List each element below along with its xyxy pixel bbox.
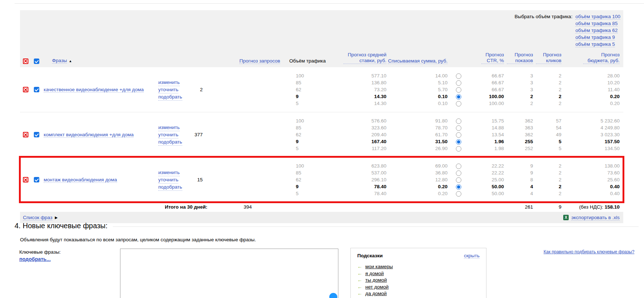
action-link[interactable]: изменить bbox=[158, 124, 180, 131]
left-arrow-icon: ← bbox=[357, 263, 362, 269]
hints-list: ←мои камеры←я домой←ты домой←нет домой←д… bbox=[357, 263, 480, 297]
totals-budget-prefix: (без НДС): bbox=[579, 204, 605, 210]
variant-row: 9167.4031.501.962555157.50 bbox=[204, 138, 623, 145]
impressions-value: 363 bbox=[504, 124, 533, 131]
action-link[interactable]: уточнить bbox=[158, 86, 178, 93]
avg-bid-value: 136.80 bbox=[327, 79, 386, 86]
hint-link[interactable]: я домой bbox=[365, 271, 384, 276]
variant-row: 62296.1012.8025.008225.60 bbox=[204, 176, 623, 183]
hints-hide-link[interactable]: скрыть bbox=[464, 253, 480, 259]
action-link[interactable]: изменить bbox=[158, 79, 180, 86]
clicks-value: 2 bbox=[533, 162, 561, 169]
pick-phrases-link[interactable]: подобрать... bbox=[19, 256, 51, 262]
phrase-link[interactable]: монтаж видеонаблюдения дома bbox=[44, 177, 117, 183]
header-writeoff[interactable]: Списываемая сумма, руб. bbox=[388, 58, 448, 64]
totals-requests: 394 bbox=[207, 204, 252, 210]
budget-value: 3 023.30 bbox=[561, 131, 623, 138]
clicks-value: 2 bbox=[533, 190, 561, 197]
action-link[interactable]: подобрать bbox=[158, 184, 182, 191]
avg-bid-value: 576.60 bbox=[327, 117, 386, 124]
impressions-value: 362 bbox=[504, 117, 533, 124]
clicks-value: 49 bbox=[533, 131, 561, 138]
traffic-option-62[interactable]: объём трафика 62 bbox=[575, 28, 617, 33]
action-link[interactable]: изменить bbox=[158, 169, 180, 176]
action-link[interactable]: подобрать bbox=[158, 138, 182, 146]
traffic-radio[interactable] bbox=[456, 94, 461, 100]
action-link[interactable]: подобрать bbox=[158, 93, 182, 101]
delete-row-icon[interactable] bbox=[23, 132, 28, 137]
traffic-option-85[interactable]: объём трафика 85 bbox=[575, 21, 617, 27]
hint-item: ←я домой bbox=[357, 270, 480, 277]
row-checkbox[interactable] bbox=[34, 177, 39, 182]
traffic-radio[interactable] bbox=[456, 170, 461, 176]
avg-bid-value: 73.20 bbox=[327, 86, 386, 93]
budget-value: 4 249.80 bbox=[561, 124, 623, 131]
header-requests[interactable]: Прогноз запросов bbox=[239, 58, 280, 64]
header-clicks[interactable]: Прогноз кликов bbox=[536, 52, 561, 64]
traffic-radio[interactable] bbox=[456, 164, 461, 169]
delete-all-icon[interactable] bbox=[23, 59, 28, 64]
avg-bid-value: 78.40 bbox=[327, 190, 386, 197]
phrase-link[interactable]: качественное видеонаблюдение +для дома bbox=[44, 87, 144, 93]
row-actions: изменитьуточнитьподобрать bbox=[158, 169, 186, 191]
action-link[interactable]: уточнить bbox=[158, 176, 178, 184]
row-checkbox[interactable] bbox=[34, 87, 39, 92]
avg-bid-value: 14.30 bbox=[327, 93, 386, 100]
traffic-radio[interactable] bbox=[456, 177, 461, 183]
budget-value: 28.00 bbox=[561, 72, 623, 79]
impressions-value: 8 bbox=[504, 176, 533, 183]
forecast-table: Выбрать объём трафика: объём трафика 100… bbox=[20, 10, 623, 223]
action-link[interactable]: уточнить bbox=[158, 131, 178, 138]
expand-triangle-icon[interactable]: ▶ bbox=[55, 216, 58, 220]
impressions-value: 4 bbox=[504, 183, 533, 190]
volume-value: 85 bbox=[204, 79, 327, 86]
traffic-radio[interactable] bbox=[456, 101, 461, 106]
header-avg-bid[interactable]: Прогноз средней ставки, руб. bbox=[343, 52, 386, 64]
hint-link[interactable]: нет домой bbox=[365, 284, 389, 290]
traffic-radio[interactable] bbox=[456, 73, 461, 79]
traffic-radio[interactable] bbox=[456, 146, 461, 152]
avg-bid-value: 623.80 bbox=[327, 162, 386, 169]
clicks-value: 2 bbox=[533, 86, 561, 93]
impressions-value: 3 bbox=[504, 72, 533, 79]
delete-row-icon[interactable] bbox=[23, 177, 28, 182]
traffic-radio[interactable] bbox=[456, 132, 461, 138]
hint-link[interactable]: да домой bbox=[365, 291, 387, 296]
impressions-value: 9 bbox=[504, 169, 533, 176]
traffic-option-100[interactable]: объём трафика 100 bbox=[575, 14, 620, 20]
writeoff-value: 69.00 bbox=[386, 162, 448, 169]
sort-asc-icon: ▲ bbox=[69, 59, 72, 63]
variant-row: 100576.6091.8015.75362575 232.60 bbox=[204, 117, 623, 124]
clicks-value: 54 bbox=[533, 124, 561, 131]
hint-link[interactable]: мои камеры bbox=[365, 264, 393, 269]
traffic-option-9[interactable]: объём трафика 9 bbox=[575, 35, 615, 40]
volume-value: 5 bbox=[204, 145, 327, 152]
header-budget[interactable]: Прогноз бюджета, руб. bbox=[583, 52, 620, 64]
variant-row: 914.300.10100.00220.20 bbox=[204, 93, 623, 100]
traffic-radio[interactable] bbox=[456, 80, 461, 86]
help-link[interactable]: Как правильно подбирать ключевые фразы? bbox=[544, 249, 635, 254]
clicks-value: 2 bbox=[533, 100, 561, 107]
traffic-radio[interactable] bbox=[456, 139, 461, 145]
hint-link[interactable]: ты домой bbox=[365, 277, 387, 283]
traffic-option-5[interactable]: объём трафика 5 bbox=[575, 41, 615, 47]
header-impressions[interactable]: Прогноз показов bbox=[507, 52, 533, 64]
phrase-list-link[interactable]: Список фраз bbox=[23, 215, 52, 221]
delete-row-icon[interactable] bbox=[23, 87, 28, 92]
row-checkbox[interactable] bbox=[34, 132, 39, 137]
header-phrases[interactable]: Фразы bbox=[52, 58, 67, 64]
ctr-value: 15.75 bbox=[469, 117, 504, 124]
export-xls-link[interactable]: экспортировать в .xls bbox=[571, 215, 620, 221]
keyphrases-textarea[interactable] bbox=[120, 249, 338, 298]
traffic-radio[interactable] bbox=[456, 118, 461, 124]
select-all-checkbox[interactable] bbox=[34, 59, 39, 64]
header-ctr[interactable]: Прогноз CTR, % bbox=[481, 52, 504, 64]
phrase-link[interactable]: комплект видеонаблюдения +для дома bbox=[44, 132, 134, 138]
traffic-radio[interactable] bbox=[456, 125, 461, 131]
traffic-radio[interactable] bbox=[456, 87, 461, 93]
ctr-value: 66.67 bbox=[469, 79, 504, 86]
table-body: качественное видеонаблюдение +для домаиз… bbox=[20, 67, 623, 202]
traffic-radio[interactable] bbox=[456, 191, 461, 197]
traffic-radio[interactable] bbox=[456, 184, 461, 190]
variant-row: 85136.805.1066.673210.20 bbox=[204, 79, 623, 86]
